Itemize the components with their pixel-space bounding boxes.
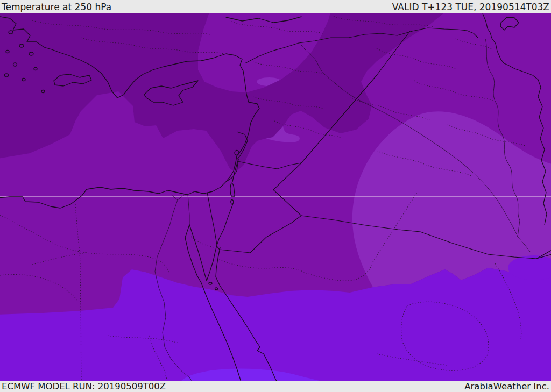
top-bar: Temperature at 250 hPa VALID T+123 TUE, … [0, 0, 551, 13]
map-title: Temperature at 250 hPa [2, 2, 111, 12]
weather-map [0, 13, 551, 381]
model-run-label: ECMWF MODEL RUN: 20190509T00Z [2, 381, 166, 391]
map-area [0, 13, 551, 381]
brand-label: ArabiaWeather Inc. [464, 381, 549, 391]
bottom-bar: ECMWF MODEL RUN: 20190509T00Z ArabiaWeat… [0, 381, 551, 392]
valid-time-label: VALID T+123 TUE, 20190514T03Z [392, 2, 549, 12]
weather-product: { "header": { "title": "Temperature at 2… [0, 0, 551, 392]
